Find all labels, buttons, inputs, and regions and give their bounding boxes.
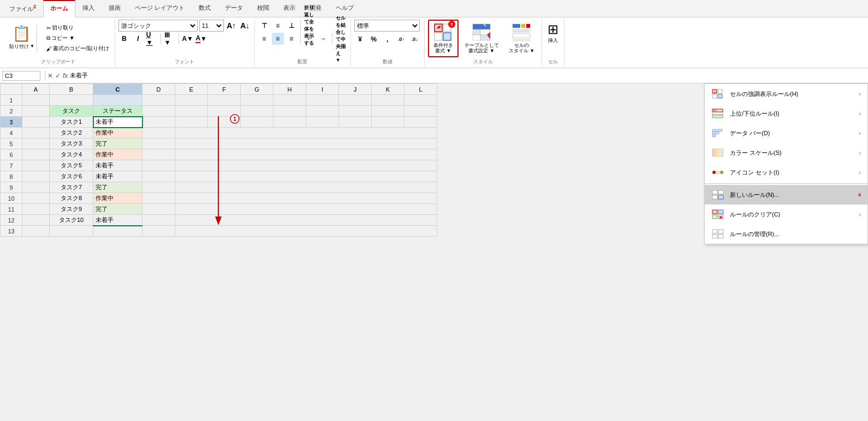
col-header-I[interactable]: I <box>306 84 339 95</box>
cell-G3[interactable] <box>241 117 274 128</box>
cell-B1[interactable] <box>50 95 93 106</box>
cell-D12[interactable] <box>142 215 175 226</box>
cell-D6[interactable] <box>142 149 175 160</box>
bold-button[interactable]: B <box>118 33 130 45</box>
cell-E3[interactable] <box>175 117 208 128</box>
cell-L3[interactable] <box>405 117 437 128</box>
cell-D13[interactable] <box>142 226 175 237</box>
menu-item-iconset[interactable]: アイコン セット(I) › <box>705 163 867 182</box>
cell-C2[interactable]: ステータス <box>93 106 142 117</box>
cell-K1[interactable] <box>372 95 405 106</box>
cell-C10[interactable]: 作業中 <box>93 193 142 204</box>
cell-D3[interactable] <box>142 117 175 128</box>
cell-G1[interactable] <box>241 95 274 106</box>
cell-B11[interactable]: タスク9 <box>50 204 93 215</box>
cell-B7[interactable]: タスク5 <box>50 160 93 171</box>
col-header-F[interactable]: F <box>208 84 241 95</box>
cell-C12[interactable]: 未着手 <box>93 215 142 226</box>
cell-D1[interactable] <box>142 95 175 106</box>
cell-F3[interactable] <box>208 117 241 128</box>
menu-item-highlight[interactable]: < セルの強調表示ルール(H) › <box>705 84 867 104</box>
cell-B3[interactable]: タスク1 <box>50 117 93 128</box>
cell-D9[interactable] <box>142 182 175 193</box>
cell-B10[interactable]: タスク8 <box>50 193 93 204</box>
menu-item-colorscale[interactable]: カラー スケール(S) › <box>705 143 867 163</box>
cell-L2[interactable] <box>405 106 437 117</box>
cell-E2[interactable] <box>175 106 208 117</box>
font-color-button[interactable]: A ▼ <box>195 33 207 45</box>
cell-C9[interactable]: 完了 <box>93 182 142 193</box>
cell-A2[interactable] <box>22 106 50 117</box>
cell-B2[interactable]: タスク <box>50 106 93 117</box>
cell-I2[interactable] <box>306 106 339 117</box>
menu-item-newrule[interactable]: 新しいルール(N)... 4 <box>705 185 867 205</box>
cell-C13[interactable] <box>93 226 142 237</box>
cell-B9[interactable]: タスク7 <box>50 182 93 193</box>
menu-item-topbottom[interactable]: 10 上位/下位ルール(I) › <box>705 104 867 123</box>
cell-B12[interactable]: タスク10 <box>50 215 93 226</box>
cell-J2[interactable] <box>339 106 372 117</box>
cell-L1[interactable] <box>405 95 437 106</box>
tab-file[interactable]: ファイル2 <box>2 0 43 17</box>
col-header-K[interactable]: K <box>372 84 405 95</box>
align-right-button[interactable]: ≡ <box>286 33 298 45</box>
col-header-J[interactable]: J <box>339 84 372 95</box>
number-format-select[interactable]: 標準 <box>354 20 420 32</box>
cell-C8[interactable]: 未着手 <box>93 171 142 182</box>
cell-A13[interactable] <box>22 226 50 237</box>
cell-D11[interactable] <box>142 204 175 215</box>
cell-I3[interactable] <box>306 117 339 128</box>
cancel-formula-icon[interactable]: ✕ <box>47 72 53 80</box>
cell-E1[interactable] <box>175 95 208 106</box>
table-format-button[interactable]: テーブルとして書式設定 ▼ <box>461 20 503 57</box>
cell-C6[interactable]: 作業中 <box>93 149 142 160</box>
align-top-button[interactable]: ⊤ <box>258 20 270 32</box>
cell-I1[interactable] <box>306 95 339 106</box>
cell-H2[interactable] <box>274 106 306 117</box>
cell-style-button[interactable]: セルのスタイル ▼ <box>505 20 538 57</box>
cell-H1[interactable] <box>274 95 306 106</box>
border-button[interactable]: ⊞ ▼ <box>164 33 176 45</box>
cell-A5[interactable] <box>22 139 50 149</box>
font-shrink-button[interactable]: A↓ <box>239 20 251 32</box>
cell-reference-input[interactable] <box>2 71 40 81</box>
cell-D4[interactable] <box>142 128 175 139</box>
col-header-G[interactable]: G <box>241 84 274 95</box>
insert-button[interactable]: ⊞ 挿入 <box>545 20 561 46</box>
cell-A4[interactable] <box>22 128 50 139</box>
col-header-H[interactable]: H <box>274 84 306 95</box>
align-center-button[interactable]: ≡ <box>272 33 284 45</box>
tab-view[interactable]: 表示 <box>276 0 302 17</box>
italic-button[interactable]: I <box>132 33 144 45</box>
cell-C11[interactable]: 完了 <box>93 204 142 215</box>
cell-F1[interactable] <box>208 95 241 106</box>
font-name-select[interactable]: 游ゴシック <box>118 20 198 32</box>
underline-button[interactable]: U ▼ <box>146 33 158 45</box>
col-header-C[interactable]: C <box>93 84 142 95</box>
decimal-inc-button[interactable]: .0↑ <box>395 33 407 45</box>
paste-button[interactable]: 📋 貼り付け ▼ <box>5 22 43 55</box>
cell-K2[interactable] <box>372 106 405 117</box>
cell-B13[interactable] <box>50 226 93 237</box>
cell-D10[interactable] <box>142 193 175 204</box>
fill-color-button[interactable]: A▼ <box>182 33 194 45</box>
cell-C3[interactable]: 未着手 ▼ <box>93 117 142 128</box>
cell-A6[interactable] <box>22 149 50 160</box>
cell-C1[interactable] <box>93 95 142 106</box>
cell-C4[interactable]: 作業中 <box>93 128 142 139</box>
cell-G2[interactable] <box>241 106 274 117</box>
align-left-button[interactable]: ≡ <box>258 33 270 45</box>
confirm-formula-icon[interactable]: ✓ <box>55 72 61 80</box>
cell-C5[interactable]: 完了 <box>93 139 142 149</box>
indent-inc-button[interactable]: → <box>317 33 329 45</box>
col-header-D[interactable]: D <box>142 84 175 95</box>
wrap-text-button[interactable]: 折り返して全体を表示する <box>304 20 316 32</box>
col-header-L[interactable]: L <box>405 84 437 95</box>
copy-button[interactable]: ⧉ コピー ▼ <box>44 33 111 43</box>
cut-button[interactable]: ✂ 切り取り <box>44 23 111 33</box>
cell-A10[interactable] <box>22 193 50 204</box>
conditional-format-button[interactable]: 3 条件付き書式 ▼ <box>428 20 459 58</box>
cell-C7[interactable]: 未着手 <box>93 160 142 171</box>
tab-data[interactable]: データ <box>218 0 250 17</box>
cell-H3[interactable] <box>274 117 306 128</box>
